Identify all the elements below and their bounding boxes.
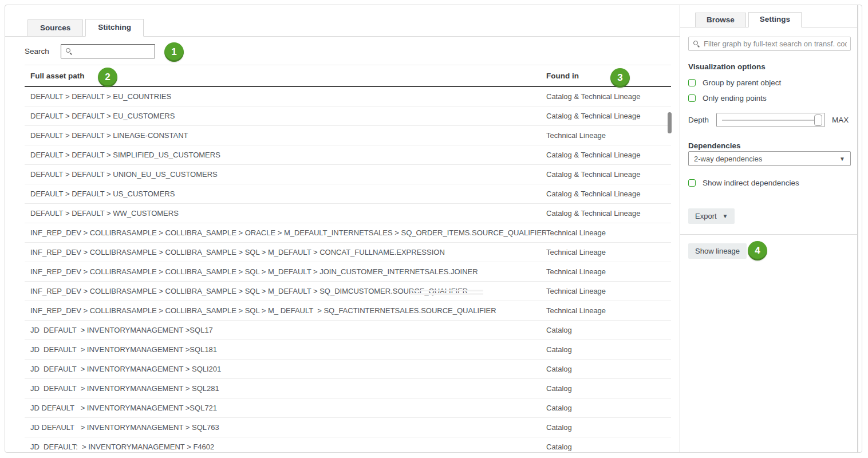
found-in-cell: Catalog & Technical Lineage xyxy=(546,209,671,218)
table-row[interactable]: INF_REP_DEV > COLLIBRASAMPLE > COLLIBRA_… xyxy=(25,243,671,262)
asset-path-cell: DEFAULT > DEFAULT > SIMPLIFIED_US_CUSTOM… xyxy=(25,151,546,159)
dependencies-heading: Dependencies xyxy=(688,141,741,150)
table-row[interactable]: JD DEFAULT > INVENTORYMANAGEMENT > SQLI2… xyxy=(25,360,671,379)
stitching-table: Full asset path Found in DEFAULT > DEFAU… xyxy=(25,65,671,453)
table-scrollbar-thumb[interactable] xyxy=(668,112,672,133)
panel-tabbar: Browse Settings xyxy=(680,12,857,27)
table-row[interactable]: JD DEFAULT: > INVENTORYMANAGEMENT > F460… xyxy=(25,437,671,453)
table-row[interactable]: JD DEFAULT > INVENTORYMANAGEMENT >SQL721… xyxy=(25,398,671,418)
asset-path-cell: JD DEFAULT > INVENTORYMANAGEMENT >SQL17 xyxy=(25,326,546,334)
group-by-parent-checkbox[interactable] xyxy=(688,79,696,86)
table-row[interactable]: DEFAULT > DEFAULT > US_CUSTOMERS Catalog… xyxy=(25,184,671,204)
table-row[interactable]: DEFAULT > DEFAULT > LINEAGE-CONSTANT Tec… xyxy=(25,126,671,145)
asset-path-cell: JD DEFAULT > INVENTORYMANAGEMENT >SQL181 xyxy=(25,345,546,354)
asset-path-cell: INF_REP_DEV > COLLIBRASAMPLE > COLLIBRA_… xyxy=(25,267,546,276)
depth-slider[interactable] xyxy=(716,113,825,127)
asset-path-cell: INF_REP_DEV > COLLIBRASAMPLE > COLLIBRA_… xyxy=(25,306,546,315)
only-ending-points-label: Only ending points xyxy=(703,94,767,102)
table-row[interactable]: INF_REP_DEV > COLLIBRASAMPLE > COLLIBRA_… xyxy=(25,301,671,321)
found-in-cell: Catalog xyxy=(546,326,671,334)
only-ending-points-row: Only ending points xyxy=(688,94,767,102)
group-by-parent-row: Group by parent object xyxy=(688,78,781,87)
export-button-label: Export xyxy=(695,212,717,220)
column-header-found-in[interactable]: Found in xyxy=(546,72,671,80)
annotation-badge-1: 1 xyxy=(164,42,184,62)
table-row[interactable]: INF_REP_DEV > COLLIBRASAMPLE > COLLIBRA_… xyxy=(25,223,671,243)
export-chevron-down-icon: ▼ xyxy=(723,213,728,219)
only-ending-points-checkbox[interactable] xyxy=(688,94,696,102)
table-row[interactable]: DEFAULT > DEFAULT > EU_COUNTRIES Catalog… xyxy=(25,87,671,106)
search-field-wrap xyxy=(61,44,155,58)
asset-path-cell: JD DEFAULT > INVENTORYMANAGEMENT > SQL76… xyxy=(25,423,546,432)
search-icon xyxy=(66,48,70,53)
found-in-cell: Catalog & Technical Lineage xyxy=(546,189,671,198)
export-button[interactable]: Export ▼ xyxy=(688,208,735,224)
table-row[interactable]: DEFAULT > DEFAULT > WW_CUSTOMERS Catalog… xyxy=(25,204,671,223)
table-row[interactable]: JD DEFAULT > INVENTORYMANAGEMENT >SQL181… xyxy=(25,340,671,360)
tab-settings[interactable]: Settings xyxy=(748,12,802,27)
asset-path-cell: JD DEFAULT > INVENTORYMANAGEMENT > SQLI2… xyxy=(25,365,546,373)
tab-browse[interactable]: Browse xyxy=(695,13,746,27)
indirect-dependencies-label: Show indirect dependencies xyxy=(703,179,799,187)
table-row[interactable]: JD DEFAULT > INVENTORYMANAGEMENT > SQL76… xyxy=(25,418,671,437)
dependencies-selected-value: 2-way dependencies xyxy=(694,155,762,163)
found-in-cell: Technical Lineage xyxy=(546,306,671,315)
asset-path-cell: DEFAULT > DEFAULT > LINEAGE-CONSTANT xyxy=(25,131,546,140)
asset-path-cell: JD DEFAULT > INVENTORYMANAGEMENT > SQL28… xyxy=(25,384,546,393)
indirect-dependencies-row: Show indirect dependencies xyxy=(688,179,799,187)
show-lineage-button[interactable]: Show lineage xyxy=(688,243,747,259)
found-in-cell: Catalog xyxy=(546,345,671,354)
found-in-cell: Technical Lineage xyxy=(546,248,671,256)
table-body: DEFAULT > DEFAULT > EU_COUNTRIES Catalog… xyxy=(25,87,671,453)
depth-slider-handle[interactable] xyxy=(814,114,822,126)
asset-path-cell: DEFAULT > DEFAULT > UNION_EU_US_CUSTOMER… xyxy=(25,170,546,179)
asset-path-cell: INF_REP_DEV > COLLIBRASAMPLE > COLLIBRA_… xyxy=(25,248,546,256)
asset-path-cell: DEFAULT > DEFAULT > US_CUSTOMERS xyxy=(25,189,546,198)
found-in-cell: Catalog xyxy=(546,365,671,373)
search-input[interactable] xyxy=(61,44,155,58)
table-row[interactable]: JD DEFAULT > INVENTORYMANAGEMENT > SQL28… xyxy=(25,379,671,398)
asset-path-cell: DEFAULT > DEFAULT > WW_CUSTOMERS xyxy=(25,209,546,218)
found-in-cell: Catalog xyxy=(546,443,671,451)
asset-path-cell: JD DEFAULT: > INVENTORYMANAGEMENT > F460… xyxy=(25,443,546,451)
table-header-row: Full asset path Found in xyxy=(25,65,671,87)
found-in-cell: Technical Lineage xyxy=(546,228,671,237)
dependencies-select[interactable]: 2-way dependencies ▼ xyxy=(688,151,851,166)
depth-max-label: MAX xyxy=(832,116,849,124)
table-row[interactable]: DEFAULT > DEFAULT > EU_CUSTOMERS Catalog… xyxy=(25,106,671,126)
found-in-cell: Catalog & Technical Lineage xyxy=(546,112,671,120)
panel-right-edge xyxy=(857,5,858,452)
tab-stitching[interactable]: Stitching xyxy=(85,19,144,37)
show-lineage-button-label: Show lineage xyxy=(695,247,740,255)
annotation-badge-4: 4 xyxy=(748,241,767,260)
annotation-badge-3: 3 xyxy=(610,68,630,88)
filter-graph-input[interactable] xyxy=(688,37,851,51)
found-in-cell: Catalog xyxy=(546,423,671,432)
app-window: Sources Stitching Search 1 2 3 Full asse… xyxy=(5,5,862,453)
group-by-parent-label: Group by parent object xyxy=(703,78,781,87)
asset-path-cell: DEFAULT > DEFAULT > EU_COUNTRIES xyxy=(25,92,546,101)
annotation-badge-2: 2 xyxy=(98,68,117,87)
search-label: Search xyxy=(25,47,49,56)
table-row[interactable]: INF_REP_DEV > COLLIBRASAMPLE > COLLIBRA_… xyxy=(25,282,671,301)
table-row[interactable]: DEFAULT > DEFAULT > UNION_EU_US_CUSTOMER… xyxy=(25,165,671,184)
asset-path-cell: JD DEFAULT > INVENTORYMANAGEMENT >SQL721 xyxy=(25,404,546,412)
tab-sources[interactable]: Sources xyxy=(27,19,83,36)
filter-search-icon xyxy=(693,41,698,45)
chevron-down-icon: ▼ xyxy=(839,156,845,162)
depth-slider-track xyxy=(722,120,819,121)
row-highlight-artifact xyxy=(410,290,483,297)
visualization-options-heading: Visualization options xyxy=(688,62,766,71)
table-row[interactable]: DEFAULT > DEFAULT > SIMPLIFIED_US_CUSTOM… xyxy=(25,145,671,165)
depth-label: Depth xyxy=(688,116,709,124)
asset-path-cell: INF_REP_DEV > COLLIBRASAMPLE > COLLIBRA_… xyxy=(25,228,546,237)
found-in-cell: Technical Lineage xyxy=(546,267,671,276)
table-row[interactable]: JD DEFAULT > INVENTORYMANAGEMENT >SQL17 … xyxy=(25,321,671,340)
found-in-cell: Catalog & Technical Lineage xyxy=(546,92,671,101)
found-in-cell: Catalog & Technical Lineage xyxy=(546,170,671,179)
depth-row: Depth MAX xyxy=(688,113,849,127)
asset-path-cell: DEFAULT > DEFAULT > EU_CUSTOMERS xyxy=(25,112,546,120)
found-in-cell: Catalog & Technical Lineage xyxy=(546,151,671,159)
table-row[interactable]: INF_REP_DEV > COLLIBRASAMPLE > COLLIBRA_… xyxy=(25,262,671,282)
indirect-dependencies-checkbox[interactable] xyxy=(688,179,696,187)
